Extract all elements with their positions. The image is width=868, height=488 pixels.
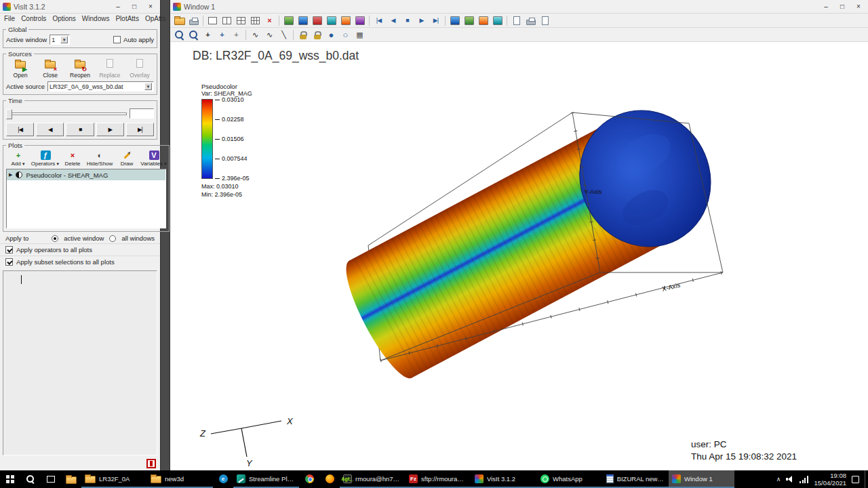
menu-file[interactable]: File <box>4 15 15 22</box>
operators-button[interactable]: ƒ Operators▼ <box>33 150 58 167</box>
variables-button[interactable]: V Variables▼ <box>142 150 166 167</box>
render-circle-icon[interactable]: ○ <box>338 28 353 41</box>
scene-icon-7[interactable] <box>448 14 462 27</box>
layout-2x3-icon[interactable] <box>248 14 262 27</box>
taskbar-item-explorer-window[interactable]: LR32F_0A <box>81 470 147 488</box>
axes-grid-icon[interactable]: ▦ <box>353 28 367 41</box>
file-explorer-button[interactable] <box>61 470 81 488</box>
scene-icon-1[interactable] <box>281 14 296 27</box>
next-timestep-button[interactable]: ▶| <box>126 123 154 136</box>
taskbar-item-terminal[interactable]: &gt;_ rmoura@hn70k~/... <box>340 470 406 488</box>
action-center-icon[interactable] <box>852 476 859 483</box>
close-source-button[interactable]: × Close <box>37 59 63 79</box>
replace-source-button[interactable]: Replace <box>97 59 123 79</box>
hide-show-button[interactable]: ◐ Hide/Show <box>87 150 112 167</box>
curve-tool-icon[interactable]: ∿ <box>262 28 277 41</box>
delete-window-icon[interactable]: × <box>262 14 277 27</box>
taskbar-item-firefox[interactable] <box>319 470 340 488</box>
pan-icon[interactable]: + <box>201 28 215 41</box>
all-windows-radio[interactable] <box>109 235 116 242</box>
zoom-in-icon[interactable] <box>172 28 186 41</box>
render-viewport[interactable]: DB: LR32F_0A_69_wss_b0.dat Pseudocolor V… <box>170 42 868 470</box>
taskbar-item-edge[interactable]: e <box>213 470 233 488</box>
scene-icon-8[interactable] <box>462 14 476 27</box>
open-source-button[interactable]: ▶ Open <box>7 59 33 79</box>
volume-icon[interactable] <box>786 476 794 483</box>
zoom-out-icon[interactable] <box>186 28 201 41</box>
print-window-icon[interactable] <box>186 14 201 27</box>
menu-options[interactable]: Options <box>52 15 75 22</box>
apply-subset-checkbox[interactable] <box>5 258 13 266</box>
taskbar-item-filezilla[interactable]: Fz sftp://rmoura@1... <box>406 470 471 488</box>
plot-list-item[interactable]: ▶ Pseudocolor - SHEAR_MAG <box>7 169 165 180</box>
reopen-source-button[interactable]: ↻ Reopen <box>67 59 93 79</box>
task-view-button[interactable] <box>41 470 61 488</box>
chevron-up-icon[interactable]: ∧ <box>776 476 781 483</box>
first-frame-icon[interactable]: |◀ <box>372 14 386 27</box>
rotate-icon[interactable]: + <box>215 28 229 41</box>
reverse-play-icon[interactable]: ◀ <box>386 14 400 27</box>
expand-arrow-icon[interactable]: ▶ <box>9 172 12 178</box>
chevron-down-icon[interactable]: ▼ <box>60 36 68 43</box>
add-plot-button[interactable]: + Add▼ <box>6 150 31 167</box>
time-slider[interactable] <box>6 113 127 115</box>
taskbar-item-visit[interactable]: VisIt 3.1.2 <box>471 470 537 488</box>
time-field[interactable] <box>130 108 154 119</box>
save-image-icon[interactable] <box>509 14 524 27</box>
close-button[interactable]: × <box>852 1 865 12</box>
taskbar-clock[interactable]: 19:08 15/04/2021 <box>814 472 846 487</box>
minimize-button[interactable]: – <box>819 1 833 12</box>
layout-1x1-icon[interactable] <box>205 14 220 27</box>
first-timestep-button[interactable]: |◀ <box>6 123 34 136</box>
menu-controls[interactable]: Controls <box>21 15 46 22</box>
plot-visibility-icon[interactable] <box>16 171 22 178</box>
line-tool-icon[interactable]: ╲ <box>277 28 291 41</box>
output-window-icon[interactable] <box>146 459 156 468</box>
taskbar-item-window1[interactable]: Window 1 <box>669 470 734 488</box>
next-frame-icon[interactable]: ▶| <box>429 14 443 27</box>
maximize-button[interactable]: □ <box>835 1 849 12</box>
play-button[interactable]: ▶ <box>96 123 124 136</box>
scene-icon-4[interactable] <box>324 14 338 27</box>
scene-icon-6[interactable] <box>353 14 367 27</box>
scene-icon-10[interactable] <box>490 14 505 27</box>
draw-button[interactable]: Draw <box>115 150 139 167</box>
taskbar-item-notepad[interactable]: BIZURAL new.txt ... <box>603 470 669 488</box>
taskbar-item-streamline-plot[interactable]: Streamline Plot - ... <box>233 470 299 488</box>
auto-apply-checkbox[interactable] <box>113 36 121 43</box>
menu-plotatts[interactable]: PlotAtts <box>115 15 138 22</box>
render-canvas[interactable]: X-Axis Y-Axis X Y Z <box>170 42 868 470</box>
scene-icon-9[interactable] <box>476 14 490 27</box>
play-frame-icon[interactable]: ▶ <box>414 14 429 27</box>
active-window-radio[interactable] <box>52 235 58 242</box>
perspective-sphere-icon[interactable]: ● <box>324 28 338 41</box>
apply-operators-checkbox[interactable] <box>5 246 13 253</box>
reverse-play-button[interactable]: ◀ <box>36 123 64 136</box>
delete-plot-button[interactable]: × Delete <box>60 150 85 167</box>
maximize-button[interactable]: □ <box>127 1 141 12</box>
scene-icon-5[interactable] <box>338 14 353 27</box>
open-file-icon[interactable] <box>172 14 186 27</box>
network-icon[interactable] <box>800 476 808 483</box>
reset-view-icon[interactable]: + <box>229 28 243 41</box>
stop-button[interactable]: ■ <box>66 123 94 136</box>
layout-1x2-icon[interactable] <box>220 14 234 27</box>
minimize-button[interactable]: – <box>111 1 125 12</box>
stop-frame-icon[interactable]: ■ <box>400 14 414 27</box>
active-source-select[interactable]: LR32F_0A_69_wss_b0.dat ▼ <box>47 81 154 92</box>
show-desktop-button[interactable] <box>865 470 868 488</box>
chevron-down-icon[interactable]: ▼ <box>144 83 152 90</box>
time-slider-handle[interactable] <box>6 109 12 119</box>
taskbar-item-new3d[interactable]: new3d <box>147 470 213 488</box>
overlay-source-button[interactable]: Overlay <box>127 59 153 79</box>
spline-tool-icon[interactable]: ∿ <box>248 28 262 41</box>
lock-time-icon[interactable] <box>310 28 324 41</box>
close-button[interactable]: × <box>144 1 157 12</box>
layout-2x2-icon[interactable] <box>234 14 248 27</box>
scene-icon-2[interactable] <box>296 14 310 27</box>
print-image-icon[interactable] <box>524 14 538 27</box>
taskbar-item-chrome[interactable] <box>299 470 319 488</box>
notepad-area[interactable] <box>3 270 157 455</box>
active-window-select[interactable]: 1 ▼ <box>50 35 70 45</box>
lock-view-icon[interactable] <box>296 28 310 41</box>
